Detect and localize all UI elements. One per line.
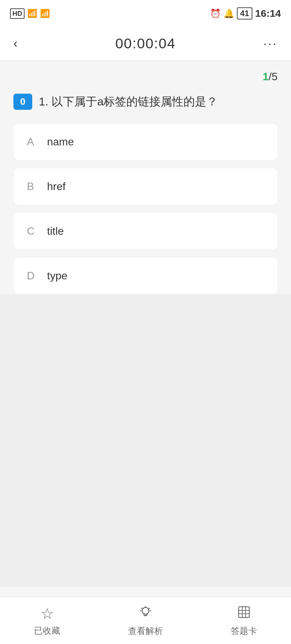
time-display: 16:14 <box>255 8 281 19</box>
bookmark-nav-item[interactable]: ☆ 已收藏 <box>34 605 60 637</box>
answer-sheet-label: 答题卡 <box>231 625 257 637</box>
current-question: 1 <box>263 71 269 83</box>
option-c-text: title <box>47 225 64 237</box>
bookmark-icon: ☆ <box>41 605 54 622</box>
lightbulb-icon <box>138 605 153 623</box>
alarm-icon: ⏰ <box>210 8 221 19</box>
back-button[interactable]: ‹ <box>13 37 34 51</box>
hd-badge: HD <box>10 8 25 19</box>
status-bar: HD 📶 📶 ⏰ 🔔 41 16:14 <box>0 0 291 27</box>
answer-sheet-icon <box>237 605 251 623</box>
option-c-letter: C <box>27 225 37 237</box>
svg-point-0 <box>142 607 149 614</box>
bookmark-label: 已收藏 <box>34 625 60 637</box>
content-area: 1/5 0 1. 以下属于a标签的链接属性的是？ A name B href C… <box>0 60 291 597</box>
header: ‹ 00:00:04 ··· <box>0 27 291 60</box>
option-c[interactable]: C title <box>13 213 278 249</box>
mute-icon: 🔔 <box>223 8 234 19</box>
option-b-text: href <box>47 180 66 193</box>
wifi-icon: 📶 <box>40 9 50 18</box>
score-badge: 0 <box>13 94 32 110</box>
question-text: 1. 以下属于a标签的链接属性的是？ <box>39 93 218 110</box>
analysis-nav-item[interactable]: 查看解析 <box>128 605 163 637</box>
option-a-letter: A <box>27 136 37 148</box>
svg-rect-7 <box>239 607 249 617</box>
option-d[interactable]: D type <box>13 258 278 294</box>
option-d-letter: D <box>27 270 37 282</box>
battery-level: 41 <box>237 7 253 19</box>
question-counter: 1/5 <box>13 71 278 83</box>
option-b-letter: B <box>27 180 37 193</box>
svg-line-4 <box>149 608 150 609</box>
total-questions: 5 <box>272 71 278 83</box>
empty-area <box>0 294 291 587</box>
option-a[interactable]: A name <box>13 124 278 160</box>
option-b[interactable]: B href <box>13 168 278 205</box>
svg-line-3 <box>141 608 142 609</box>
answer-sheet-nav-item[interactable]: 答题卡 <box>231 605 257 637</box>
question-body: 以下属于a标签的链接属性的是？ <box>51 95 218 108</box>
more-button[interactable]: ··· <box>257 37 278 51</box>
question-header: 0 1. 以下属于a标签的链接属性的是？ <box>13 93 278 110</box>
signal-bars: 📶 <box>27 9 37 18</box>
option-a-text: name <box>47 136 74 148</box>
status-left: HD 📶 📶 <box>10 8 50 19</box>
analysis-label: 查看解析 <box>128 625 163 637</box>
counter-separator: / <box>268 71 272 83</box>
options-list: A name B href C title D type <box>13 124 278 294</box>
option-d-text: type <box>47 270 67 282</box>
question-number: 1. <box>39 95 48 108</box>
timer-display: 00:00:04 <box>115 36 176 52</box>
bottom-nav: ☆ 已收藏 查看解析 <box>0 597 291 644</box>
status-right: ⏰ 🔔 41 16:14 <box>210 7 281 19</box>
